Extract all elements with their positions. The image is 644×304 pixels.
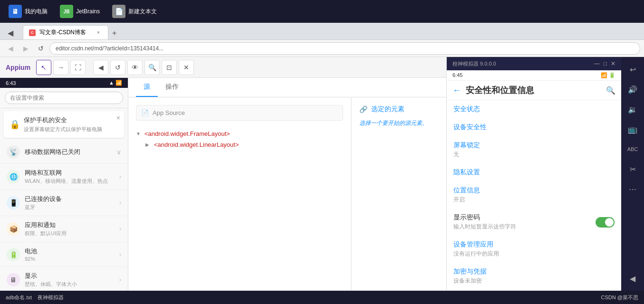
doc-icon: 📄 — [141, 109, 149, 116]
emu-show-password-sub: 输入时短暂显示这些字符 — [453, 223, 596, 231]
phone-menu-battery[interactable]: 🔋 电池 92% › — [0, 242, 128, 267]
phone-search-input[interactable] — [5, 92, 123, 104]
taskbar-desktop[interactable]: 🖥 我的电脑 — [4, 3, 52, 20]
emulator-title: 校神模拟器 9.0.0.0 — [452, 60, 496, 67]
screenshot-button[interactable]: ⊡ — [162, 60, 177, 75]
emu-screen-lock-sub: 无 — [453, 151, 615, 159]
taskbar-jetbrains-label: JetBrains — [76, 8, 100, 15]
card-close-button[interactable]: × — [116, 114, 120, 122]
appium-logo: Appium — [6, 64, 30, 71]
emu-section-screen-lock[interactable]: 屏幕锁定 无 — [447, 136, 621, 163]
emu-side-abc-button[interactable]: ABC — [624, 141, 641, 158]
search-button[interactable]: 🔍 — [144, 60, 160, 75]
emu-side-more-button[interactable]: ⋯ — [624, 180, 641, 198]
emulator-maximize-button[interactable]: □ — [604, 60, 607, 67]
emu-section-location[interactable]: 位置信息 开启 — [447, 181, 621, 209]
display-sub: 壁纸、休眠、字体大小 — [25, 281, 115, 288]
emulator-close-button[interactable]: ✕ — [611, 60, 615, 67]
close-tool-button[interactable]: ✕ — [179, 60, 194, 75]
source-tabs: 源 操作 — [128, 78, 446, 97]
emu-side-volume-down-button[interactable]: 🔉 — [624, 101, 641, 118]
browser-tab-inactive[interactable]: ◀ — [4, 27, 23, 39]
emu-show-password-toggle[interactable] — [596, 217, 615, 228]
emu-screen-lock-title: 屏幕锁定 — [453, 141, 615, 150]
fullscreen-button[interactable]: ⛶ — [70, 60, 86, 75]
tree-node-linearlayout[interactable]: ▶ <android.widget.LinearLayout> — [145, 139, 343, 150]
main-area: Appium ↖ → ⛶ ◀ ↺ 👁 🔍 ⊡ ✕ 6:43 ▲ 📶 — [0, 57, 644, 291]
emu-show-password-title: 显示密码 — [453, 213, 596, 222]
bottom-bar-left: adb命名.txt 夜神模拟器 — [6, 294, 64, 301]
emu-encrypt-title: 加密与凭据 — [453, 267, 615, 276]
selected-hint-text: 选择一个要开始的源元素。 — [359, 119, 439, 127]
source-panel: 源 操作 📄 App Source ▼ <android.widget.Fram… — [128, 78, 446, 291]
forward-button[interactable]: ▶ — [19, 42, 32, 55]
emu-section-device-security[interactable]: 设备安全性 — [447, 118, 621, 136]
battery-title: 电池 — [25, 247, 115, 256]
phone-menu-display[interactable]: 🖥 显示 壁纸、休眠、字体大小 › — [0, 267, 128, 291]
phone-menu-network[interactable]: 🌐 网络和互联网 WLAN、移动网络、流量使用、热点 › — [0, 164, 128, 190]
phone-menu-devices[interactable]: 📱 已连接的设备 蓝牙 › — [0, 190, 128, 216]
emu-side-screen-button[interactable]: 📺 — [624, 121, 641, 138]
select-tool-button[interactable]: ↖ — [36, 60, 51, 75]
tab-actions[interactable]: 操作 — [158, 78, 186, 97]
selected-element-panel: 🔗 选定的元素 选择一个要开始的源元素。 — [351, 97, 446, 291]
node-linearlayout-tag: <android.widget.LinearLayout> — [154, 141, 239, 148]
tab-title: 写文章-CSDN博客 — [39, 28, 86, 37]
emu-device-admin-title: 设备管理应用 — [453, 240, 615, 249]
apps-sub: 权限、默认UI应用 — [25, 230, 115, 237]
emu-section-encrypt[interactable]: 加密与凭据 设备未加密 — [447, 263, 621, 290]
desktop-icon: 🖥 — [9, 5, 22, 18]
appium-panel: Appium ↖ → ⛶ ◀ ↺ 👁 🔍 ⊡ ✕ 6:43 ▲ 📶 — [0, 57, 447, 291]
emu-side-nav-button[interactable]: ◀ — [624, 270, 641, 287]
card-subtitle: 设置屏幕锁定方式以保护平板电脑 — [24, 126, 102, 133]
emu-back-button[interactable]: ← — [452, 86, 461, 95]
taskbar-jetbrains[interactable]: JB JetBrains — [55, 3, 105, 20]
phone-panel: 6:43 ▲ 📶 × 🔒 保护手机的安全 设置屏幕锁定方式以保护平板电脑 — [0, 78, 128, 291]
phone-menu-apps[interactable]: 📦 应用和通知 权限、默认UI应用 › — [0, 216, 128, 242]
emu-side-scissors-button[interactable]: ✂ — [624, 161, 641, 178]
display-title: 显示 — [25, 272, 115, 280]
browser-tab-active[interactable]: C 写文章-CSDN博客 × — [23, 25, 108, 39]
display-arrow-icon: › — [119, 276, 121, 283]
emu-section-device-admin[interactable]: 设备管理应用 没有运行中的应用 — [447, 236, 621, 263]
apps-icon: 📦 — [7, 222, 20, 236]
emu-search-button[interactable]: 🔍 — [606, 86, 615, 95]
tab-close-button[interactable]: × — [95, 29, 102, 37]
devices-title: 已连接的设备 — [25, 195, 115, 203]
emu-status-bar: 6:45 📶 🔋 — [447, 70, 621, 81]
mobile-data-title: 移动数据网络已关闭 — [25, 148, 112, 156]
apps-title: 应用和通知 — [25, 221, 115, 229]
selected-panel-header: 🔗 选定的元素 — [359, 105, 439, 114]
refresh-button[interactable]: ↺ — [110, 60, 125, 75]
bottom-emulator-label[interactable]: 夜神模拟器 — [38, 294, 64, 301]
node-arrow-icon-2: ▶ — [145, 142, 151, 147]
swipe-tool-button[interactable]: → — [53, 60, 68, 75]
refresh-button[interactable]: ↺ — [34, 42, 48, 55]
emu-time: 6:45 — [452, 72, 462, 78]
new-tab-button[interactable]: + — [108, 27, 120, 39]
taskbar-desktop-label: 我的电脑 — [25, 8, 48, 16]
emu-toggle-row-password: 显示密码 输入时短暂显示这些字符 — [447, 209, 621, 236]
emulator-minimize-button[interactable]: — — [594, 60, 600, 67]
security-card: × 🔒 保护手机的安全 设置屏幕锁定方式以保护平板电脑 — [4, 111, 124, 138]
tab-source[interactable]: 源 — [136, 78, 158, 97]
taskbar-newdoc[interactable]: 📄 新建文本文 — [107, 3, 162, 20]
network-title: 网络和互联网 — [25, 169, 115, 177]
emu-device-admin-sub: 没有运行中的应用 — [453, 250, 615, 258]
tree-node-framelayout[interactable]: ▼ <android.widget.FrameLayout> — [136, 128, 343, 139]
url-input[interactable] — [49, 42, 640, 55]
bottom-adb-label[interactable]: adb命名.txt — [6, 294, 32, 301]
emu-page-title: 安全性和位置信息 — [466, 85, 601, 96]
link-icon: 🔗 — [359, 105, 367, 113]
back-button[interactable]: ◀ — [4, 42, 17, 55]
eye-button[interactable]: 👁 — [127, 60, 143, 75]
emu-side-back-button[interactable]: ↩ — [624, 61, 641, 78]
app-source-header: 📄 App Source — [136, 105, 343, 121]
back-button[interactable]: ◀ — [93, 60, 108, 75]
emu-section-privacy[interactable]: 隐私设置 — [447, 163, 621, 181]
phone-menu-mobile-data[interactable]: 📡 移动数据网络已关闭 ∨ — [0, 141, 128, 164]
card-title: 保护手机的安全 — [24, 116, 102, 124]
node-framelayout-tag: <android.widget.FrameLayout> — [144, 130, 230, 137]
emu-section-security-status[interactable]: 安全状态 — [447, 100, 621, 118]
emu-side-volume-up-button[interactable]: 🔊 — [624, 81, 641, 98]
